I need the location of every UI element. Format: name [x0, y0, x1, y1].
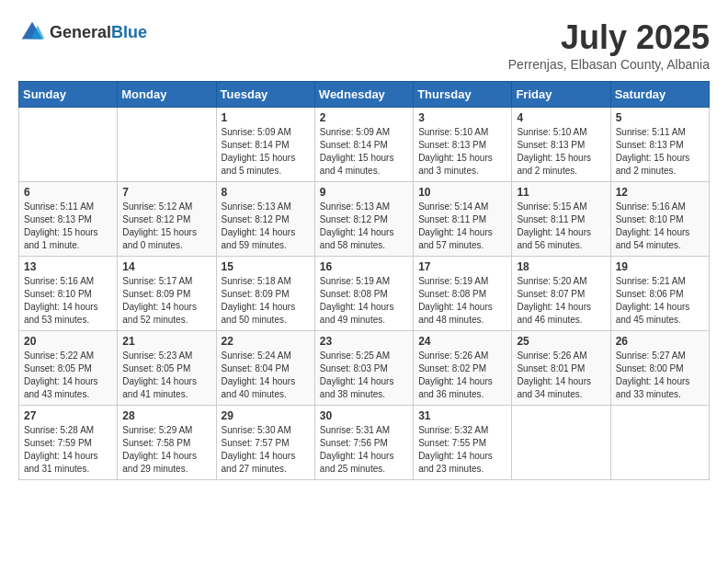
day-cell: 21Sunrise: 5:23 AM Sunset: 8:05 PM Dayli… — [118, 331, 216, 406]
title-block: July 2025 Perrenjas, Elbasan County, Alb… — [508, 18, 710, 72]
day-info: Sunrise: 5:30 AM Sunset: 7:57 PM Dayligh… — [222, 424, 310, 476]
day-cell: 24Sunrise: 5:26 AM Sunset: 8:02 PM Dayli… — [414, 331, 512, 406]
day-info: Sunrise: 5:15 AM Sunset: 8:11 PM Dayligh… — [517, 201, 605, 252]
weekday-header-tuesday: Tuesday — [216, 82, 314, 108]
weekday-header-row: SundayMondayTuesdayWednesdayThursdayFrid… — [19, 82, 710, 108]
day-number: 9 — [320, 186, 408, 199]
day-cell: 28Sunrise: 5:29 AM Sunset: 7:58 PM Dayli… — [118, 406, 216, 480]
day-number: 25 — [517, 335, 605, 348]
day-cell: 19Sunrise: 5:21 AM Sunset: 8:06 PM Dayli… — [610, 257, 709, 331]
day-cell — [610, 406, 709, 480]
day-number: 27 — [24, 409, 112, 422]
day-cell: 7Sunrise: 5:12 AM Sunset: 8:12 PM Daylig… — [118, 182, 216, 257]
day-number: 21 — [122, 335, 210, 348]
day-cell — [19, 108, 118, 182]
day-number: 16 — [320, 260, 408, 273]
day-cell: 12Sunrise: 5:16 AM Sunset: 8:10 PM Dayli… — [610, 182, 709, 257]
day-cell: 5Sunrise: 5:11 AM Sunset: 8:13 PM Daylig… — [610, 108, 709, 182]
day-cell: 26Sunrise: 5:27 AM Sunset: 8:00 PM Dayli… — [610, 331, 709, 406]
day-number: 30 — [320, 409, 408, 422]
week-row-1: 1Sunrise: 5:09 AM Sunset: 8:14 PM Daylig… — [19, 108, 710, 182]
day-number: 3 — [418, 111, 506, 124]
day-cell: 4Sunrise: 5:10 AM Sunset: 8:13 PM Daylig… — [512, 108, 610, 182]
day-number: 6 — [24, 186, 112, 199]
day-info: Sunrise: 5:11 AM Sunset: 8:13 PM Dayligh… — [616, 126, 704, 178]
day-number: 8 — [222, 186, 310, 199]
day-number: 7 — [122, 186, 210, 199]
weekday-header-thursday: Thursday — [414, 82, 512, 108]
day-info: Sunrise: 5:27 AM Sunset: 8:00 PM Dayligh… — [616, 350, 704, 401]
weekday-header-saturday: Saturday — [610, 82, 709, 108]
day-cell: 2Sunrise: 5:09 AM Sunset: 8:14 PM Daylig… — [314, 108, 413, 182]
week-row-3: 13Sunrise: 5:16 AM Sunset: 8:10 PM Dayli… — [19, 257, 710, 331]
day-cell: 18Sunrise: 5:20 AM Sunset: 8:07 PM Dayli… — [512, 257, 610, 331]
day-number: 26 — [616, 335, 704, 348]
day-info: Sunrise: 5:23 AM Sunset: 8:05 PM Dayligh… — [122, 350, 210, 401]
day-number: 18 — [517, 260, 605, 273]
day-number: 22 — [222, 335, 310, 348]
day-cell: 29Sunrise: 5:30 AM Sunset: 7:57 PM Dayli… — [216, 406, 314, 480]
day-info: Sunrise: 5:32 AM Sunset: 7:55 PM Dayligh… — [418, 424, 506, 476]
logo-general-text: GeneralBlue — [50, 23, 147, 42]
day-cell — [512, 406, 610, 480]
day-info: Sunrise: 5:29 AM Sunset: 7:58 PM Dayligh… — [122, 424, 210, 476]
day-number: 4 — [517, 111, 605, 124]
day-info: Sunrise: 5:26 AM Sunset: 8:01 PM Dayligh… — [517, 350, 605, 401]
day-info: Sunrise: 5:18 AM Sunset: 8:09 PM Dayligh… — [222, 275, 310, 327]
page-header: GeneralBlue July 2025 Perrenjas, Elbasan… — [18, 18, 710, 72]
day-cell: 27Sunrise: 5:28 AM Sunset: 7:59 PM Dayli… — [19, 406, 118, 480]
day-number: 19 — [616, 260, 704, 273]
day-info: Sunrise: 5:09 AM Sunset: 8:14 PM Dayligh… — [320, 126, 408, 178]
day-info: Sunrise: 5:20 AM Sunset: 8:07 PM Dayligh… — [517, 275, 605, 327]
day-number: 11 — [517, 186, 605, 199]
day-number: 23 — [320, 335, 408, 348]
day-info: Sunrise: 5:10 AM Sunset: 8:13 PM Dayligh… — [517, 126, 605, 178]
day-info: Sunrise: 5:26 AM Sunset: 8:02 PM Dayligh… — [418, 350, 506, 401]
day-number: 29 — [222, 409, 310, 422]
day-info: Sunrise: 5:28 AM Sunset: 7:59 PM Dayligh… — [24, 424, 112, 476]
day-info: Sunrise: 5:25 AM Sunset: 8:03 PM Dayligh… — [320, 350, 408, 401]
day-cell: 9Sunrise: 5:13 AM Sunset: 8:12 PM Daylig… — [314, 182, 413, 257]
day-cell: 17Sunrise: 5:19 AM Sunset: 8:08 PM Dayli… — [414, 257, 512, 331]
location-title: Perrenjas, Elbasan County, Albania — [508, 57, 710, 72]
day-info: Sunrise: 5:09 AM Sunset: 8:14 PM Dayligh… — [222, 126, 310, 178]
day-cell: 6Sunrise: 5:11 AM Sunset: 8:13 PM Daylig… — [19, 182, 118, 257]
day-cell: 31Sunrise: 5:32 AM Sunset: 7:55 PM Dayli… — [414, 406, 512, 480]
day-number: 1 — [222, 111, 310, 124]
day-info: Sunrise: 5:11 AM Sunset: 8:13 PM Dayligh… — [24, 201, 112, 252]
week-row-4: 20Sunrise: 5:22 AM Sunset: 8:05 PM Dayli… — [19, 331, 710, 406]
day-cell: 30Sunrise: 5:31 AM Sunset: 7:56 PM Dayli… — [314, 406, 413, 480]
day-number: 5 — [616, 111, 704, 124]
day-info: Sunrise: 5:31 AM Sunset: 7:56 PM Dayligh… — [320, 424, 408, 476]
day-cell: 1Sunrise: 5:09 AM Sunset: 8:14 PM Daylig… — [216, 108, 314, 182]
day-number: 24 — [418, 335, 506, 348]
day-info: Sunrise: 5:12 AM Sunset: 8:12 PM Dayligh… — [122, 201, 210, 252]
weekday-header-sunday: Sunday — [19, 82, 118, 108]
day-cell: 14Sunrise: 5:17 AM Sunset: 8:09 PM Dayli… — [118, 257, 216, 331]
day-number: 12 — [616, 186, 704, 199]
day-number: 10 — [418, 186, 506, 199]
day-cell: 8Sunrise: 5:13 AM Sunset: 8:12 PM Daylig… — [216, 182, 314, 257]
day-number: 28 — [122, 409, 210, 422]
calendar-table: SundayMondayTuesdayWednesdayThursdayFrid… — [18, 81, 710, 480]
day-cell: 3Sunrise: 5:10 AM Sunset: 8:13 PM Daylig… — [414, 108, 512, 182]
day-cell — [118, 108, 216, 182]
day-cell: 20Sunrise: 5:22 AM Sunset: 8:05 PM Dayli… — [19, 331, 118, 406]
day-info: Sunrise: 5:10 AM Sunset: 8:13 PM Dayligh… — [418, 126, 506, 178]
weekday-header-wednesday: Wednesday — [314, 82, 413, 108]
day-number: 15 — [222, 260, 310, 273]
day-cell: 15Sunrise: 5:18 AM Sunset: 8:09 PM Dayli… — [216, 257, 314, 331]
day-info: Sunrise: 5:13 AM Sunset: 8:12 PM Dayligh… — [320, 201, 408, 252]
day-info: Sunrise: 5:22 AM Sunset: 8:05 PM Dayligh… — [24, 350, 112, 401]
logo: GeneralBlue — [18, 18, 147, 46]
day-info: Sunrise: 5:13 AM Sunset: 8:12 PM Dayligh… — [222, 201, 310, 252]
week-row-5: 27Sunrise: 5:28 AM Sunset: 7:59 PM Dayli… — [19, 406, 710, 480]
day-number: 31 — [418, 409, 506, 422]
day-number: 20 — [24, 335, 112, 348]
day-cell: 16Sunrise: 5:19 AM Sunset: 8:08 PM Dayli… — [314, 257, 413, 331]
day-info: Sunrise: 5:19 AM Sunset: 8:08 PM Dayligh… — [418, 275, 506, 327]
weekday-header-monday: Monday — [118, 82, 216, 108]
day-cell: 10Sunrise: 5:14 AM Sunset: 8:11 PM Dayli… — [414, 182, 512, 257]
day-info: Sunrise: 5:24 AM Sunset: 8:04 PM Dayligh… — [222, 350, 310, 401]
day-cell: 22Sunrise: 5:24 AM Sunset: 8:04 PM Dayli… — [216, 331, 314, 406]
